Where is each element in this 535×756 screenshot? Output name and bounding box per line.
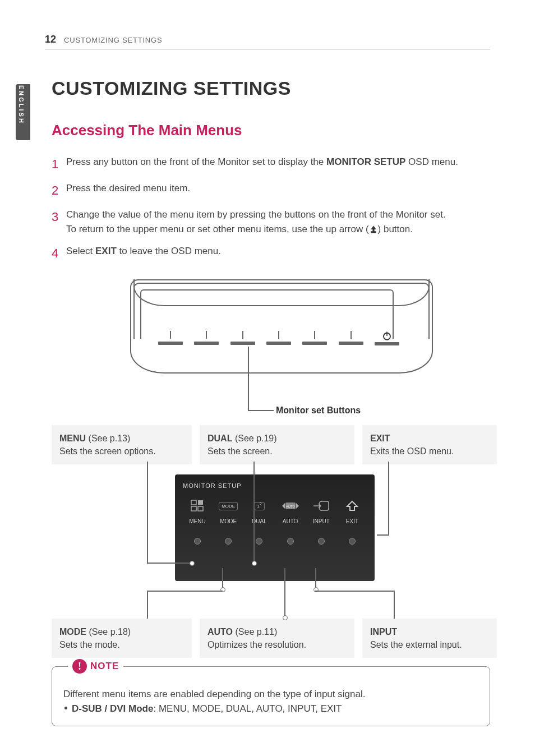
step-4: 4 Select EXIT to leave the OSD menu. [52, 244, 490, 262]
osd-label: EXIT [339, 518, 366, 524]
step-text: Change the value of the menu item by pre… [66, 208, 490, 236]
note-bullet: D-SUB / DVI Mode: MENU, MODE, DUAL, AUTO… [63, 702, 478, 716]
mode-icon: MODE [215, 498, 242, 514]
desc-auto: AUTO (See p.11) Optimizes the resolution… [200, 619, 354, 658]
osd-dot [194, 538, 201, 545]
note-line: Different menu items are enabled dependi… [63, 687, 478, 702]
osd-dot [225, 538, 232, 545]
step-number: 2 [52, 181, 66, 200]
step-number: 1 [52, 155, 66, 173]
osd-labels-row: MENU MODE DUAL AUTO INPUT EXIT [183, 518, 367, 524]
auto-icon: AUTO [277, 498, 304, 514]
svg-rect-3 [198, 500, 203, 505]
desc-input: INPUT Sets the external input. [362, 619, 497, 658]
osd-label: INPUT [308, 518, 335, 524]
note-label: NOTE [90, 659, 119, 674]
osd-title: MONITOR SETUP [183, 482, 367, 489]
note-tab: ! NOTE [68, 659, 123, 674]
svg-rect-2 [191, 500, 196, 505]
step-number: 4 [52, 244, 66, 262]
osd-icons-row: MODE 12 AUTO [183, 498, 367, 514]
svg-rect-4 [191, 506, 196, 511]
osd-label: DUAL [246, 518, 273, 524]
steps-list: 1 Press any button on the front of the M… [52, 155, 490, 262]
svg-rect-1 [386, 332, 388, 336]
note-box: ! NOTE Different menu items are enabled … [52, 666, 490, 726]
diagram: Monitor set Buttons MENU (See p.13) Sets… [52, 279, 490, 655]
step-2: 2 Press the desired menu item. [52, 181, 490, 200]
osd-dot [256, 538, 262, 545]
osd-label: AUTO [277, 518, 304, 524]
osd-dot [287, 538, 294, 545]
step-text: Press the desired menu item. [66, 181, 490, 196]
page-header: 12 CUSTOMIZING SETTINGS [45, 34, 490, 49]
osd-dot [349, 538, 356, 545]
dual-icon: 12 [246, 498, 273, 514]
desc-menu: MENU (See p.13) Sets the screen options. [52, 425, 192, 464]
menu-icon [184, 498, 211, 514]
step-text: Select EXIT to leave the OSD menu. [66, 244, 490, 259]
up-arrow-icon [369, 225, 378, 234]
desc-exit: EXIT Exits the OSD menu. [362, 425, 497, 464]
osd-panel: MONITOR SETUP MODE 12 AUTO MENU MODE DUA… [175, 474, 375, 581]
monitor-front-illustration [130, 279, 433, 375]
svg-marker-9 [296, 503, 299, 509]
svg-rect-5 [198, 506, 203, 511]
bullet-icon [64, 707, 67, 709]
step-3: 3 Change the value of the menu item by p… [52, 208, 490, 236]
buttons-caption: Monitor set Buttons [276, 405, 361, 416]
power-icon [382, 331, 392, 341]
step-text: Press any button on the front of the Mon… [66, 155, 490, 169]
running-title: CUSTOMIZING SETTINGS [64, 36, 162, 44]
osd-dot [318, 538, 325, 545]
page-title: CUSTOMIZING SETTINGS [52, 77, 490, 99]
desc-mode: MODE (See p.18) Sets the mode. [52, 619, 192, 658]
desc-dual: DUAL (See p.19) Sets the screen. [200, 425, 354, 464]
section-title: Accessing The Main Menus [52, 122, 490, 139]
osd-label: MENU [184, 518, 211, 524]
osd-dots-row [183, 538, 367, 545]
input-icon [308, 498, 335, 514]
svg-text:AUTO: AUTO [285, 505, 295, 508]
osd-label: MODE [215, 518, 242, 524]
svg-marker-6 [282, 503, 285, 509]
page-number: 12 [45, 34, 56, 45]
language-tab-label: ENGLISH [18, 85, 25, 125]
step-number: 3 [52, 208, 66, 226]
step-1: 1 Press any button on the front of the M… [52, 155, 490, 173]
exit-icon [339, 498, 366, 514]
note-icon: ! [72, 659, 87, 674]
